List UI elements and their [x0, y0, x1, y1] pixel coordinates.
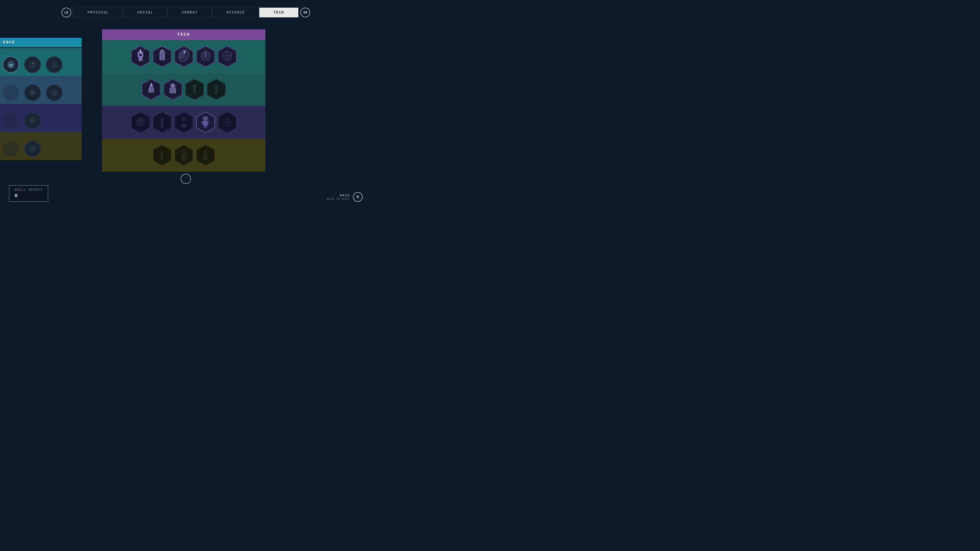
tab-combat[interactable]: COMBAT: [167, 8, 212, 17]
skill-item-16[interactable]: [174, 144, 193, 166]
svg-rect-63: [150, 86, 153, 93]
svg-rect-88: [161, 121, 163, 127]
sidebar-section-indigo: [0, 104, 82, 132]
svg-point-24: [140, 49, 141, 51]
sidebar-icon-8[interactable]: [3, 141, 19, 157]
panel-title: TECH: [102, 29, 266, 40]
back-sublabel: HOLD TO EXIT: [327, 197, 350, 200]
svg-rect-73: [174, 88, 176, 94]
svg-point-91: [182, 118, 186, 121]
svg-point-69: [154, 82, 155, 83]
skill-item-13[interactable]: [196, 111, 215, 133]
sidebar-icon-9[interactable]: [24, 141, 41, 157]
skill-item-15[interactable]: [153, 144, 172, 166]
svg-rect-23: [139, 51, 142, 54]
svg-rect-119: [184, 159, 186, 162]
svg-point-104: [226, 121, 229, 124]
skill-item-9[interactable]: [207, 79, 226, 100]
svg-point-12: [32, 119, 34, 121]
svg-point-68: [147, 83, 148, 83]
skill-item-17[interactable]: [196, 144, 215, 166]
svg-point-40: [179, 49, 179, 50]
sidebar-icon-3[interactable]: [3, 84, 19, 101]
sidebar: [0, 38, 82, 183]
skill-item-14[interactable]: [218, 111, 237, 133]
skill-item-1[interactable]: [131, 46, 150, 67]
svg-rect-30: [159, 52, 161, 60]
sidebar-icon-0[interactable]: [3, 56, 19, 73]
svg-point-13: [31, 121, 35, 124]
svg-rect-108: [161, 154, 163, 159]
back-button[interactable]: B: [353, 192, 363, 202]
svg-rect-98: [204, 125, 205, 128]
tab-social[interactable]: SOCIAL: [123, 8, 167, 17]
tab-tech[interactable]: TECH: [259, 8, 299, 17]
tab-science[interactable]: SCIENCE: [212, 8, 259, 17]
svg-rect-20: [142, 53, 143, 57]
svg-rect-21: [137, 52, 139, 54]
sidebar-icon-4[interactable]: [24, 84, 41, 101]
skill-item-2[interactable]: [153, 46, 172, 67]
skill-item-6[interactable]: [142, 79, 161, 100]
svg-point-39: [183, 51, 186, 53]
skill-row-2: [102, 73, 266, 106]
svg-rect-80: [193, 86, 196, 94]
sidebar-section-olive: [0, 132, 82, 160]
svg-rect-74: [170, 84, 172, 87]
svg-rect-105: [227, 118, 228, 120]
skill-item-11[interactable]: [153, 111, 172, 133]
svg-rect-84: [215, 89, 218, 94]
tab-physical[interactable]: PHYSICAL: [73, 8, 123, 17]
skill-item-12[interactable]: [174, 111, 193, 133]
rb-button[interactable]: RB: [301, 8, 310, 17]
skill-item-7[interactable]: [163, 79, 183, 100]
skill-item-3[interactable]: [174, 46, 193, 67]
svg-rect-5: [31, 91, 34, 94]
svg-rect-81: [192, 85, 196, 87]
lb-button[interactable]: LB: [62, 8, 71, 17]
back-label: BACK: [327, 194, 350, 197]
svg-rect-31: [164, 52, 165, 60]
svg-point-35: [158, 51, 159, 51]
back-text: BACK HOLD TO EXIT: [327, 194, 350, 200]
svg-rect-115: [182, 155, 186, 160]
skill-item-4[interactable]: [196, 46, 215, 67]
skill-item-8[interactable]: [185, 79, 204, 100]
svg-rect-72: [170, 88, 171, 94]
main-skill-panel: TECH: [102, 29, 266, 185]
sidebar-icon-1[interactable]: [24, 56, 41, 73]
skill-item-10[interactable]: [131, 111, 150, 133]
svg-point-36: [165, 50, 166, 50]
skill-row-1: [102, 40, 266, 73]
svg-point-78: [177, 83, 177, 83]
svg-rect-65: [148, 87, 150, 93]
sidebar-icon-6[interactable]: [3, 113, 19, 129]
sidebar-icon-7[interactable]: [24, 113, 41, 129]
sidebar-section-teal: [0, 48, 82, 76]
back-section: BACK HOLD TO EXIT B: [327, 192, 363, 202]
svg-point-26: [144, 49, 145, 49]
svg-point-45: [204, 54, 207, 57]
svg-point-2: [32, 62, 34, 65]
skill-item-5[interactable]: [218, 46, 237, 67]
svg-rect-116: [180, 155, 183, 158]
svg-point-114: [183, 151, 186, 154]
sidebar-section-blue: [0, 76, 82, 104]
svg-rect-75: [174, 84, 175, 87]
skill-row-3: [102, 106, 266, 139]
svg-point-27: [137, 51, 138, 52]
svg-point-41: [189, 50, 189, 51]
svg-rect-33: [164, 51, 164, 53]
nav-tabs: PHYSICAL SOCIAL COMBAT SCIENCE TECH: [73, 8, 298, 17]
svg-point-100: [204, 118, 205, 119]
sidebar-icon-5[interactable]: [46, 84, 62, 101]
svg-point-77: [169, 83, 169, 83]
svg-rect-106: [227, 125, 228, 127]
svg-rect-32: [160, 51, 161, 53]
svg-rect-18: [138, 56, 142, 61]
svg-rect-97: [207, 121, 209, 124]
sidebar-icon-2[interactable]: [46, 56, 62, 73]
skill-points-box: SKILL POINTS 0: [9, 185, 48, 202]
svg-rect-118: [183, 159, 184, 162]
svg-rect-76: [172, 83, 173, 87]
